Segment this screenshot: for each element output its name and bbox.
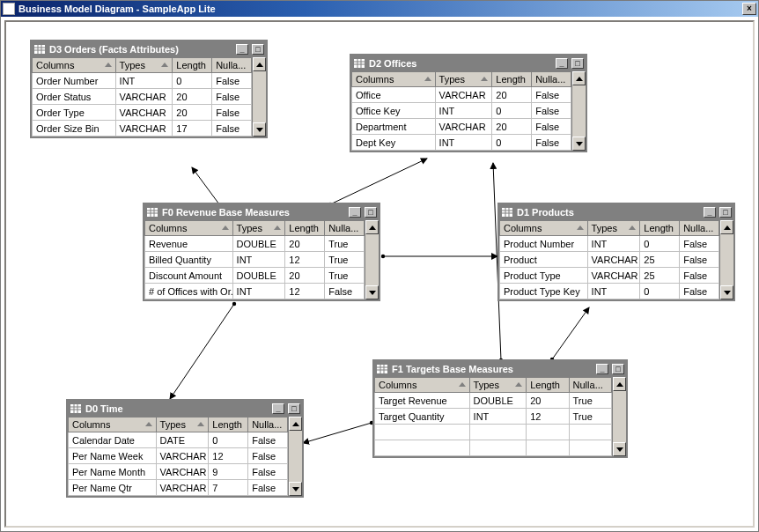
- col-header-columns[interactable]: Columns: [69, 417, 157, 432]
- entity-table: Columns Types Length Nulla... Target Rev…: [374, 377, 612, 456]
- col-header-columns[interactable]: Columns: [352, 72, 436, 87]
- scrollbar[interactable]: [365, 220, 379, 299]
- minimize-button[interactable]: _: [556, 58, 568, 69]
- sort-icon: [629, 225, 636, 230]
- col-header-types[interactable]: Types: [469, 378, 527, 393]
- entity-d1-products[interactable]: D1 Products _ □ Columns Types Length Nul…: [497, 203, 735, 301]
- scroll-up-button[interactable]: [289, 417, 302, 431]
- maximize-button[interactable]: □: [365, 207, 377, 218]
- entity-f0-revenue[interactable]: F0 Revenue Base Measures _ □ Columns Typ…: [143, 203, 380, 301]
- col-header-types[interactable]: Types: [232, 221, 285, 236]
- table-row[interactable]: Product TypeVARCHAR25False: [500, 268, 719, 284]
- table-row[interactable]: [375, 440, 612, 456]
- col-header-length[interactable]: Length: [209, 417, 248, 432]
- entity-f1-targets[interactable]: F1 Targets Base Measures _ □ Columns Typ…: [372, 359, 628, 458]
- scrollbar[interactable]: [719, 220, 733, 299]
- diagram-canvas[interactable]: D3 Orders (Facts Attributes) _ □ Columns…: [4, 20, 755, 528]
- col-header-types[interactable]: Types: [156, 417, 209, 432]
- table-row[interactable]: Per Name WeekVARCHAR12False: [69, 448, 288, 464]
- table-row[interactable]: Calendar DateDATE0False: [69, 432, 288, 448]
- table-row[interactable]: Per Name QtrVARCHAR7False: [69, 480, 288, 496]
- col-header-length[interactable]: Length: [285, 221, 325, 236]
- scroll-down-button[interactable]: [253, 122, 266, 137]
- col-header-types[interactable]: Types: [115, 58, 173, 73]
- maximize-button[interactable]: □: [612, 364, 624, 374]
- sort-icon: [222, 225, 229, 230]
- entity-d3-orders[interactable]: D3 Orders (Facts Attributes) _ □ Columns…: [30, 40, 268, 138]
- table-row[interactable]: Billed QuantityINT12True: [145, 252, 365, 268]
- scroll-down-button[interactable]: [613, 442, 626, 456]
- maximize-button[interactable]: □: [252, 44, 264, 55]
- sort-icon: [481, 77, 488, 81]
- table-row[interactable]: Product NumberINT0False: [500, 236, 719, 252]
- scroll-up-button[interactable]: [720, 220, 733, 234]
- entity-d0-time[interactable]: D0 Time _ □ Columns Types Length Nulla..…: [66, 399, 304, 498]
- scroll-up-button[interactable]: [572, 71, 586, 85]
- table-row[interactable]: Order TypeVARCHAR20False: [33, 105, 252, 121]
- scroll-up-button[interactable]: [253, 57, 266, 71]
- col-header-columns[interactable]: Columns: [33, 58, 116, 73]
- table-row[interactable]: DepartmentVARCHAR20False: [352, 119, 571, 135]
- table-row[interactable]: Discount AmountDOUBLE20True: [145, 268, 365, 284]
- scroll-up-button[interactable]: [365, 220, 379, 234]
- table-row[interactable]: Product Type KeyINT0False: [500, 284, 719, 299]
- entity-d2-offices[interactable]: D2 Offices _ □ Columns Types Length Null…: [350, 54, 587, 152]
- titlebar[interactable]: Business Model Diagram - SampleApp Lite …: [1, 1, 758, 17]
- entity-header[interactable]: D1 Products _ □: [499, 204, 733, 220]
- minimize-button[interactable]: _: [704, 207, 716, 218]
- table-row[interactable]: Order StatusVARCHAR20False: [33, 89, 252, 105]
- table-row[interactable]: Target RevenueDOUBLE20True: [375, 393, 612, 409]
- minimize-button[interactable]: _: [272, 403, 284, 414]
- entity-header[interactable]: D0 Time _ □: [68, 401, 302, 417]
- scroll-down-button[interactable]: [365, 285, 379, 299]
- col-header-columns[interactable]: Columns: [145, 221, 233, 236]
- col-header-length[interactable]: Length: [527, 378, 569, 393]
- col-header-nullable[interactable]: Nulla...: [532, 72, 571, 87]
- minimize-button[interactable]: _: [236, 44, 248, 55]
- entity-header[interactable]: F0 Revenue Base Measures _ □: [144, 204, 379, 220]
- maximize-button[interactable]: □: [719, 207, 732, 218]
- col-header-nullable[interactable]: Nulla...: [569, 378, 611, 393]
- entity-header[interactable]: F1 Targets Base Measures _ □: [374, 361, 626, 377]
- scroll-down-button[interactable]: [720, 285, 733, 299]
- col-header-nullable[interactable]: Nulla...: [680, 221, 719, 236]
- col-header-nullable[interactable]: Nulla...: [212, 58, 252, 73]
- svg-rect-13: [354, 59, 365, 68]
- table-row[interactable]: RevenueDOUBLE20True: [145, 236, 365, 252]
- col-header-length[interactable]: Length: [173, 58, 212, 73]
- scroll-down-button[interactable]: [289, 482, 302, 496]
- col-header-columns[interactable]: Columns: [500, 221, 588, 236]
- table-row[interactable]: Target QuantityINT12True: [375, 409, 612, 425]
- scroll-down-button[interactable]: [572, 137, 586, 151]
- scrollbar[interactable]: [252, 57, 266, 137]
- table-row[interactable]: Dept KeyINT0False: [352, 135, 571, 151]
- minimize-button[interactable]: _: [596, 364, 608, 374]
- maximize-button[interactable]: □: [288, 403, 300, 414]
- table-row[interactable]: OfficeVARCHAR20False: [352, 87, 571, 103]
- col-header-length[interactable]: Length: [492, 72, 532, 87]
- scrollbar[interactable]: [612, 377, 626, 456]
- table-row[interactable]: [375, 425, 612, 440]
- col-header-nullable[interactable]: Nulla...: [248, 417, 288, 432]
- table-row[interactable]: ProductVARCHAR25False: [500, 252, 719, 268]
- col-header-length[interactable]: Length: [640, 221, 680, 236]
- col-header-columns[interactable]: Columns: [375, 378, 470, 393]
- entity-title: D1 Products: [517, 207, 700, 218]
- table-row[interactable]: Per Name MonthVARCHAR9False: [69, 464, 288, 480]
- maximize-button[interactable]: □: [571, 58, 584, 69]
- col-header-nullable[interactable]: Nulla...: [325, 221, 365, 236]
- entity-header[interactable]: D2 Offices _ □: [351, 55, 586, 71]
- table-row[interactable]: Order Size BinVARCHAR17False: [33, 121, 252, 137]
- scroll-up-button[interactable]: [613, 377, 626, 391]
- entity-header[interactable]: D3 Orders (Facts Attributes) _ □: [32, 41, 266, 57]
- table-row[interactable]: Order NumberINT0False: [33, 73, 252, 89]
- table-row[interactable]: Office KeyINT0False: [352, 103, 571, 119]
- scrollbar[interactable]: [571, 71, 586, 151]
- close-button[interactable]: ×: [742, 3, 756, 15]
- table-row[interactable]: # of Offices with Or...INT12False: [145, 284, 365, 299]
- scrollbar[interactable]: [288, 417, 302, 496]
- col-header-types[interactable]: Types: [587, 221, 640, 236]
- svg-line-7: [303, 423, 372, 443]
- minimize-button[interactable]: _: [349, 207, 361, 218]
- col-header-types[interactable]: Types: [435, 72, 492, 87]
